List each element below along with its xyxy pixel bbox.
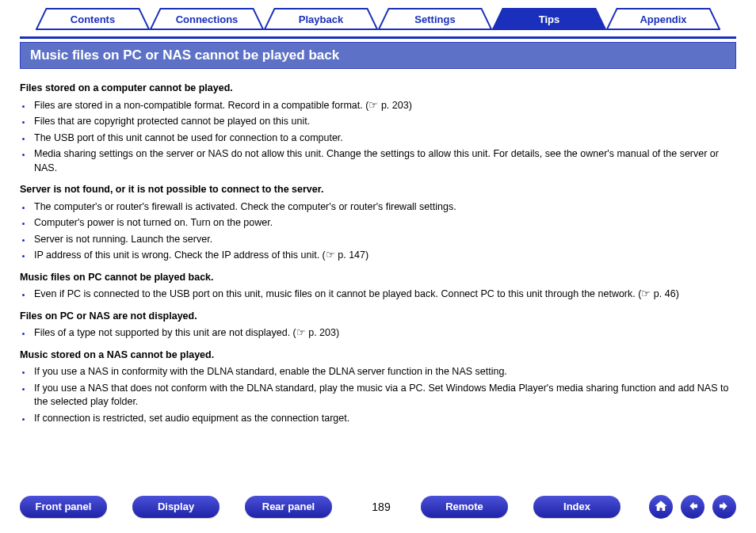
rear-panel-button[interactable]: Rear panel — [245, 496, 332, 518]
index-button[interactable]: Index — [533, 496, 620, 518]
home-button[interactable] — [649, 495, 673, 519]
bullet-list: Files of a type not supported by this un… — [20, 326, 736, 341]
list-item: The computer's or router's firewall is a… — [32, 200, 736, 215]
arrow-left-icon — [685, 499, 700, 516]
list-item: If connection is restricted, set audio e… — [32, 412, 736, 426]
section-heading: Server is not found, or it is not possib… — [20, 183, 736, 197]
list-item: IP address of this unit is wrong. Check … — [32, 249, 736, 263]
list-item: Media sharing settings on the server or … — [32, 147, 736, 175]
front-panel-button[interactable]: Front panel — [20, 496, 107, 518]
list-item: Files that are copyright protected canno… — [32, 115, 736, 129]
tab-label: Appendix — [606, 8, 720, 30]
bullet-list: Files are stored in a non-compatible for… — [20, 99, 736, 176]
tab-label: Tips — [492, 8, 606, 30]
tab-label: Connections — [150, 8, 264, 30]
tab-connections[interactable]: Connections — [150, 8, 264, 30]
list-item: Even if PC is connected to the USB port … — [32, 287, 736, 302]
nav-icons — [649, 495, 736, 519]
list-item: If you use a NAS in conformity with the … — [32, 365, 736, 379]
page-number: 189 — [357, 501, 405, 513]
next-page-button[interactable] — [712, 495, 736, 519]
content-body: Files stored on a computer cannot be pla… — [20, 69, 736, 425]
section-heading: Music stored on a NAS cannot be played. — [20, 348, 736, 363]
top-tabs: Contents Connections Playback Settings T… — [36, 8, 720, 30]
remote-button[interactable]: Remote — [421, 496, 508, 518]
tab-label: Contents — [36, 8, 150, 30]
list-item: Files are stored in a non-compatible for… — [32, 99, 736, 113]
tab-tips[interactable]: Tips — [492, 8, 606, 30]
bullet-list: The computer's or router's firewall is a… — [20, 200, 736, 263]
list-item: Computer's power is not turned on. Turn … — [32, 216, 736, 230]
tab-label: Settings — [378, 8, 492, 30]
tab-contents[interactable]: Contents — [36, 8, 150, 30]
tab-label: Playback — [264, 8, 378, 30]
list-item: The USB port of this unit cannot be used… — [32, 131, 736, 146]
prev-page-button[interactable] — [681, 495, 704, 519]
bullet-list: Even if PC is connected to the USB port … — [20, 287, 736, 302]
section-heading: Files stored on a computer cannot be pla… — [20, 82, 736, 96]
tab-appendix[interactable]: Appendix — [606, 8, 720, 30]
tab-playback[interactable]: Playback — [264, 8, 378, 30]
list-item: If you use a NAS that does not conform w… — [32, 382, 736, 409]
section-heading: Files on PC or NAS are not displayed. — [20, 310, 736, 324]
arrow-right-icon — [717, 499, 731, 516]
footer: Front panel Display Rear panel 189 Remot… — [20, 495, 736, 519]
tab-settings[interactable]: Settings — [378, 8, 492, 30]
page-title: Music files on PC or NAS cannot be playe… — [20, 42, 736, 69]
list-item: Files of a type not supported by this un… — [32, 326, 736, 341]
home-icon — [654, 499, 668, 516]
content-frame: Music files on PC or NAS cannot be playe… — [20, 36, 736, 425]
bullet-list: If you use a NAS in conformity with the … — [20, 365, 736, 425]
display-button[interactable]: Display — [132, 496, 220, 518]
list-item: Server is not running. Launch the server… — [32, 233, 736, 247]
section-heading: Music files on PC cannot be played back. — [20, 271, 736, 285]
